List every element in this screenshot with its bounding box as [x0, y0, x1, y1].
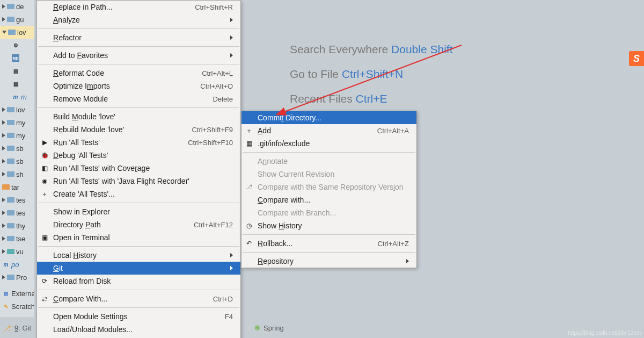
menu-item-label: Show History: [258, 221, 409, 230]
context-menu-git[interactable]: Commit Directory...＋AddCtrl+Alt+A▦.git/i…: [241, 111, 417, 268]
menu-item[interactable]: ↶Rollback...Ctrl+Alt+Z: [241, 237, 416, 250]
tool-window-git[interactable]: ⎇ 9: Git: [3, 324, 31, 332]
cov-icon: ◧: [40, 164, 49, 172]
expand-icon[interactable]: [2, 224, 5, 228]
menu-item-label: Show in Explorer: [53, 207, 233, 216]
menu-item-label: Refactor: [53, 33, 226, 42]
expand-icon[interactable]: [2, 275, 5, 279]
menu-item[interactable]: 🐞Debug 'All Tests': [37, 149, 240, 162]
menu-item[interactable]: ▦.git/info/exclude: [241, 137, 416, 150]
menu-item[interactable]: ⟳Reload from Disk: [37, 275, 240, 287]
menu-item[interactable]: Reformat CodeCtrl+Alt+L: [37, 67, 240, 80]
expand-icon[interactable]: [2, 211, 5, 215]
tree-item[interactable]: mpo: [0, 258, 34, 271]
plus-icon: ＋: [40, 190, 49, 198]
tree-item[interactable]: lov: [0, 26, 34, 39]
expand-icon[interactable]: [2, 236, 5, 241]
tree-item[interactable]: de: [0, 0, 34, 13]
menu-item-shortcut: Ctrl+Alt+L: [202, 69, 233, 77]
menu-item[interactable]: Refactor: [37, 31, 240, 44]
tree-item-label: po: [11, 261, 19, 269]
context-menu-main[interactable]: Replace in Path...Ctrl+Shift+RAnalyzeRef…: [36, 0, 241, 338]
menu-item[interactable]: Optimize ImportsCtrl+Alt+O: [37, 80, 240, 92]
file-icon: ▤: [12, 80, 19, 88]
menu-separator: [243, 152, 415, 153]
project-tree[interactable]: degulov⚙MD▤▤mmlovmymysbsbshtartestesthyt…: [0, 0, 34, 317]
menu-item[interactable]: Build Module 'love': [37, 110, 240, 123]
menu-item[interactable]: Analyze: [37, 13, 240, 26]
tree-item[interactable]: my: [0, 116, 34, 129]
folder-icon: [7, 120, 14, 125]
expand-icon[interactable]: [2, 249, 5, 254]
menu-item[interactable]: Rebuild Module 'love'Ctrl+Shift+F9: [37, 123, 240, 136]
menu-item-label: Open in Terminal: [53, 233, 233, 242]
tree-item[interactable]: my: [0, 129, 34, 142]
tree-item-label: my: [16, 132, 25, 140]
expand-icon[interactable]: [2, 159, 5, 163]
menu-item[interactable]: Show in Explorer: [37, 205, 240, 218]
expand-icon[interactable]: [2, 120, 5, 125]
menu-item[interactable]: ＋AddCtrl+Alt+A: [241, 124, 416, 137]
spring-label: Spring: [264, 324, 284, 332]
folder-icon: [7, 275, 14, 280]
tree-item[interactable]: mm: [0, 90, 34, 103]
tree-item[interactable]: tar: [0, 181, 34, 193]
tree-item[interactable]: Pro: [0, 271, 34, 284]
menu-item[interactable]: Replace in Path...Ctrl+Shift+R: [37, 1, 240, 13]
menu-item-label: Create 'All Tests'...: [53, 190, 233, 198]
tree-item[interactable]: sb: [0, 142, 34, 155]
menu-item[interactable]: ◧Run 'All Tests' with Coverage: [37, 162, 240, 175]
menu-item[interactable]: ＋Create 'All Tests'...: [37, 188, 240, 200]
status-bar[interactable]: ⎇ 9: Git ❇ Spring: [0, 318, 644, 338]
menu-item[interactable]: Local History: [37, 249, 240, 262]
tree-item-label: Pro: [16, 274, 27, 282]
tree-item-label: sb: [16, 157, 24, 166]
menu-item[interactable]: ▶Run 'All Tests'Ctrl+Shift+F10: [37, 136, 240, 149]
tree-item-label: de: [16, 3, 24, 11]
tree-external-libs[interactable]: ⊞ External: [0, 287, 34, 300]
tree-item[interactable]: vu: [0, 245, 34, 258]
expand-icon[interactable]: [2, 172, 5, 176]
tree-item[interactable]: ▤: [0, 64, 34, 77]
tree-item[interactable]: tse: [0, 232, 34, 245]
submenu-arrow-icon: [230, 266, 233, 270]
menu-item[interactable]: Directory PathCtrl+Alt+F12: [37, 218, 240, 231]
expand-icon[interactable]: [2, 4, 5, 9]
jfr-icon: ◉: [40, 177, 49, 185]
menu-item[interactable]: ◷Show History: [241, 219, 416, 232]
tree-item[interactable]: gu: [0, 13, 34, 26]
menu-item[interactable]: Remove ModuleDelete: [37, 92, 240, 105]
menu-item[interactable]: Compare with...: [241, 193, 416, 206]
expand-icon[interactable]: [2, 198, 5, 202]
tree-item[interactable]: sb: [0, 155, 34, 168]
tree-external-label: External: [11, 290, 34, 298]
tree-item[interactable]: tes: [0, 193, 34, 206]
menu-item[interactable]: ▣Open in Terminal: [37, 231, 240, 244]
expand-icon[interactable]: [2, 107, 5, 112]
expand-icon[interactable]: [2, 146, 5, 150]
menu-item-shortcut: Ctrl+Alt+Z: [377, 240, 409, 248]
tree-item[interactable]: tes: [0, 206, 34, 219]
expand-icon[interactable]: [2, 17, 5, 21]
menu-separator: [38, 28, 239, 29]
tree-item[interactable]: MD: [0, 52, 34, 64]
tree-item[interactable]: ▤: [0, 77, 34, 90]
menu-item[interactable]: Git: [37, 262, 240, 275]
tool-window-spring[interactable]: ❇ Spring: [254, 324, 284, 332]
menu-item-label: Rollback...: [258, 239, 377, 248]
menu-item[interactable]: Repository: [241, 255, 416, 268]
menu-item[interactable]: ⇄Compare With...Ctrl+D: [37, 292, 240, 305]
tree-item[interactable]: lov: [0, 103, 34, 116]
libs-icon: ⊞: [2, 290, 10, 297]
tree-item[interactable]: thy: [0, 219, 34, 232]
tree-scratches-label: Scratches: [11, 303, 34, 311]
tree-item[interactable]: sh: [0, 168, 34, 181]
expand-icon[interactable]: [2, 133, 5, 138]
menu-item[interactable]: ◉Run 'All Tests' with 'Java Flight Recor…: [37, 175, 240, 188]
collapse-icon[interactable]: [2, 31, 6, 34]
menu-item: Annotate: [241, 155, 416, 168]
menu-item[interactable]: Commit Directory...: [241, 111, 416, 124]
tree-scratches[interactable]: ✎ Scratches: [0, 300, 34, 313]
menu-item[interactable]: Add to Favorites: [37, 49, 240, 62]
tree-item[interactable]: ⚙: [0, 39, 34, 52]
